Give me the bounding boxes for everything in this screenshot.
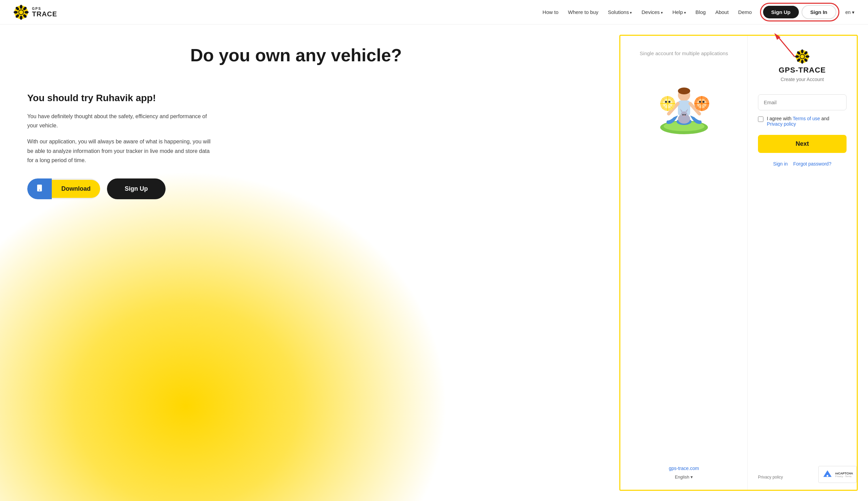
hero-desc1: You have definitely thought about the sa…: [27, 112, 215, 130]
download-blue-part: [27, 179, 52, 199]
svg-point-42: [699, 101, 701, 103]
nav-item-solutions[interactable]: Solutions: [608, 9, 632, 15]
hero-desc2: With our application, you will always be…: [27, 137, 215, 165]
svg-point-3: [20, 16, 22, 20]
svg-point-49: [806, 55, 809, 58]
svg-point-26: [684, 114, 686, 116]
lang-selector[interactable]: en ▾: [846, 10, 854, 15]
gps-trace-link[interactable]: gps-trace.com: [669, 466, 699, 471]
logo-icon: [14, 5, 29, 20]
hero-buttons: Download Sign Up: [27, 179, 215, 199]
nav-link-solutions[interactable]: Solutions: [608, 9, 632, 15]
svg-point-48: [795, 55, 799, 58]
nav-link-wheretobuy[interactable]: Where to buy: [568, 9, 598, 15]
nav-link-demo[interactable]: Demo: [738, 9, 752, 15]
nav-item-howto[interactable]: How to: [543, 9, 559, 15]
recaptcha-icon: [822, 469, 833, 480]
svg-point-12: [39, 189, 40, 190]
svg-point-22: [681, 111, 687, 118]
logo-gps: GPS: [32, 7, 57, 11]
privacy-policy-link[interactable]: Privacy policy: [767, 121, 796, 127]
hero-body: You should try Ruhavik app! You have def…: [27, 93, 215, 199]
svg-point-46: [801, 50, 804, 53]
nav-item-wheretobuy[interactable]: Where to buy: [568, 9, 598, 15]
signup-panel: Single account for multiple applications: [619, 35, 858, 491]
nav-link-howto[interactable]: How to: [543, 9, 559, 15]
illustration-svg: [650, 68, 718, 136]
hero-section: Do you own any vehicle? You should try R…: [0, 24, 619, 501]
svg-point-10: [19, 10, 23, 14]
forgot-password-link[interactable]: Forgot password?: [793, 161, 831, 167]
signup-button[interactable]: Sign Up: [763, 6, 799, 18]
svg-point-16: [678, 87, 690, 94]
svg-point-43: [702, 101, 705, 103]
phone-icon: [35, 184, 44, 192]
nav-links: How to Where to buy Solutions Devices He…: [543, 9, 752, 15]
brand-subtitle: Create your Account: [781, 77, 824, 82]
logo[interactable]: GPS TRACE: [14, 5, 57, 20]
nav-highlight-box: Sign Up Sign In: [760, 3, 839, 21]
brand-logo-panel: GPS-TRACE Create your Account: [779, 50, 826, 82]
nav-item-demo[interactable]: Demo: [738, 9, 752, 15]
panel-left: Single account for multiple applications: [620, 36, 748, 490]
svg-point-25: [682, 114, 684, 116]
nav-actions: Sign Up Sign In en ▾: [760, 3, 854, 21]
nav-link-devices[interactable]: Devices: [642, 9, 663, 15]
logo-text: GPS TRACE: [32, 7, 57, 17]
svg-point-55: [827, 475, 828, 477]
signin-link[interactable]: Sign in: [773, 161, 788, 167]
svg-point-2: [20, 5, 22, 9]
hero-signup-button[interactable]: Sign Up: [107, 179, 166, 199]
page-title: Do you own any vehicle?: [0, 45, 592, 65]
svg-point-4: [14, 11, 18, 14]
recaptcha-badge: reCAPTCHA Privacy - Terms: [818, 466, 857, 483]
form-bottom-links: Sign in Forgot password?: [773, 161, 832, 167]
brand-icon: [795, 50, 809, 64]
nav-link-help[interactable]: Help: [673, 9, 686, 15]
hero-tagline: You should try Ruhavik app!: [27, 93, 215, 104]
svg-point-35: [668, 101, 670, 103]
signin-button[interactable]: Sign In: [802, 5, 836, 19]
nav-link-blog[interactable]: Blog: [696, 9, 706, 15]
panel-tagline: Single account for multiple applications: [640, 50, 728, 57]
svg-point-5: [24, 11, 29, 14]
brand-name: GPS-TRACE: [779, 66, 826, 75]
download-button[interactable]: Download: [27, 179, 100, 199]
logo-trace: TRACE: [32, 11, 57, 17]
email-input[interactable]: [758, 94, 847, 110]
nav-item-about[interactable]: About: [716, 9, 729, 15]
nav-item-help[interactable]: Help: [673, 9, 686, 15]
svg-point-34: [665, 101, 667, 103]
svg-point-54: [800, 54, 804, 58]
next-button[interactable]: Next: [758, 135, 847, 153]
terms-checkbox[interactable]: [758, 117, 763, 122]
panel-right: GPS-TRACE Create your Account I agree wi…: [748, 36, 857, 490]
svg-point-27: [684, 116, 684, 117]
svg-point-47: [801, 60, 804, 64]
recaptcha-text: reCAPTCHA Privacy - Terms: [835, 472, 853, 478]
footer-privacy-link[interactable]: Privacy policy: [758, 475, 783, 480]
main-content: Do you own any vehicle? You should try R…: [0, 24, 868, 501]
terms-of-use-link[interactable]: Terms of use: [793, 116, 820, 121]
navbar: GPS TRACE How to Where to buy Solutions …: [0, 0, 868, 24]
lang-dropdown[interactable]: English ▾: [675, 475, 693, 480]
terms-row: I agree with Terms of use and Privacy po…: [758, 116, 847, 127]
nav-item-blog[interactable]: Blog: [696, 9, 706, 15]
illustration: [650, 68, 718, 136]
terms-text: I agree with Terms of use and Privacy po…: [767, 116, 829, 127]
download-label: Download: [52, 180, 100, 198]
nav-item-devices[interactable]: Devices: [642, 9, 663, 15]
nav-link-about[interactable]: About: [716, 9, 729, 15]
